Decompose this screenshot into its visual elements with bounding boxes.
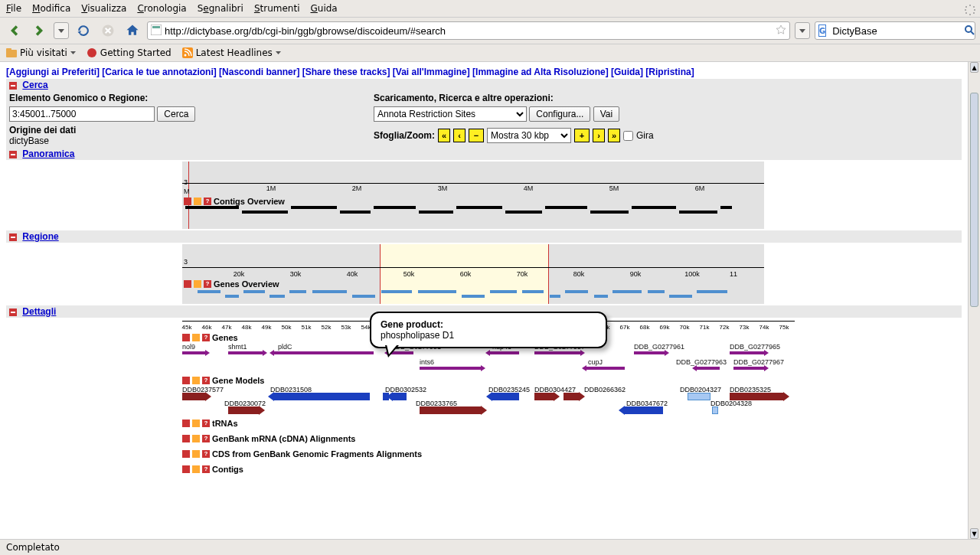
gene-label: cupJ bbox=[588, 358, 603, 366]
link-highres-image[interactable]: [Immagine ad Alta Risoluzione] bbox=[472, 67, 609, 77]
chevron-down-icon bbox=[70, 51, 76, 54]
link-upload-annotations[interactable]: [Carica le tue annotazioni] bbox=[102, 67, 216, 77]
track-rss-icon[interactable] bbox=[192, 465, 200, 473]
flip-checkbox[interactable] bbox=[623, 131, 633, 141]
search-engine-icon[interactable]: G bbox=[818, 24, 826, 37]
collapse-icon[interactable] bbox=[9, 309, 17, 316]
track-rss-icon[interactable] bbox=[192, 377, 200, 384]
detail-panel[interactable]: 45k46k47k48k49k50k51k52k53k54k55k56k57k5… bbox=[182, 318, 795, 474]
menu-guida[interactable]: Guida bbox=[310, 3, 337, 14]
search-input[interactable] bbox=[832, 25, 961, 37]
zoom-left[interactable]: ‹ bbox=[453, 129, 466, 142]
back-button[interactable] bbox=[5, 21, 24, 41]
vertical-scrollbar[interactable]: ▲ ▼ bbox=[968, 62, 980, 539]
home-button[interactable] bbox=[122, 21, 142, 41]
track-collapse-icon[interactable] bbox=[184, 198, 191, 205]
zoom-out[interactable]: − bbox=[469, 129, 484, 142]
track-help-icon[interactable]: ? bbox=[204, 280, 211, 288]
track-collapse-icon[interactable] bbox=[182, 334, 190, 341]
section-overview-link[interactable]: Panoramica bbox=[22, 149, 74, 159]
stop-button[interactable] bbox=[98, 21, 118, 41]
track-rss-icon[interactable] bbox=[194, 198, 201, 205]
menu-visualizza[interactable]: Visualizza bbox=[81, 3, 126, 14]
reload-button[interactable] bbox=[74, 21, 93, 41]
link-add-favorites[interactable]: [Aggiungi ai Preferiti] bbox=[6, 67, 100, 77]
track-gene-models-label: Gene Models bbox=[212, 376, 264, 385]
history-dropdown[interactable] bbox=[54, 22, 69, 39]
collapse-icon[interactable] bbox=[9, 151, 17, 158]
scroll-up-icon[interactable]: ▲ bbox=[970, 62, 978, 73]
collapse-icon[interactable] bbox=[9, 233, 17, 241]
scroll-down-icon[interactable]: ▼ bbox=[970, 528, 978, 539]
track-collapse-icon[interactable] bbox=[182, 435, 190, 442]
zoom-right[interactable]: › bbox=[593, 129, 605, 142]
operations-select[interactable]: Annota Restriction Sites bbox=[374, 106, 527, 122]
region-panel[interactable]: 3 20k30k 40k50k 60k70k 80k90k 100k11 ? G… bbox=[182, 244, 764, 304]
link-reset[interactable]: [Ripristina] bbox=[645, 67, 694, 77]
go-button[interactable]: Vai bbox=[593, 106, 619, 122]
most-visited-label: Più visitati bbox=[20, 47, 67, 58]
track-rss-icon[interactable] bbox=[192, 334, 200, 341]
zoom-left-fast[interactable]: « bbox=[438, 129, 450, 142]
zoom-right-fast[interactable]: » bbox=[608, 129, 620, 142]
ops-header: Scaricamento, Ricerca e altre operazioni… bbox=[374, 93, 959, 103]
section-search-link[interactable]: Cerca bbox=[22, 80, 47, 90]
link-hide-banner[interactable]: [Nascondi banner] bbox=[219, 67, 299, 77]
flip-label: Gira bbox=[636, 130, 654, 141]
track-help-icon[interactable]: ? bbox=[202, 420, 210, 427]
menu-strumenti[interactable]: Strumenti bbox=[254, 3, 300, 14]
gene-label: shmt1 bbox=[228, 343, 247, 351]
section-details-link[interactable]: Dettagli bbox=[22, 306, 56, 317]
datasource-value: dictyBase bbox=[9, 135, 369, 146]
url-bar[interactable] bbox=[147, 21, 790, 40]
url-history-dropdown[interactable] bbox=[795, 22, 810, 39]
track-rss-icon[interactable] bbox=[194, 280, 201, 288]
menu-file[interactable]: File bbox=[6, 3, 21, 14]
getting-started[interactable]: Getting Started bbox=[87, 47, 172, 58]
track-contigs-label: Contigs bbox=[212, 465, 243, 474]
overview-panel[interactable]: 3 M 1M2M 3M4M 5M6M ? Contigs Overview bbox=[182, 162, 764, 229]
search-box[interactable]: G bbox=[815, 21, 975, 40]
track-help-icon[interactable]: ? bbox=[202, 435, 210, 442]
track-help-icon[interactable]: ? bbox=[202, 334, 210, 341]
scroll-thumb[interactable] bbox=[970, 93, 978, 307]
svg-rect-6 bbox=[6, 48, 11, 51]
zoom-in[interactable]: + bbox=[574, 129, 590, 142]
menu-modifica[interactable]: Modifica bbox=[32, 3, 70, 14]
collapse-icon[interactable] bbox=[9, 82, 17, 90]
link-help[interactable]: [Guida] bbox=[611, 67, 643, 77]
track-collapse-icon[interactable] bbox=[182, 420, 190, 427]
gene-label: DDB_G0277963 bbox=[676, 358, 727, 366]
configure-button[interactable]: Configura... bbox=[529, 106, 590, 122]
track-help-icon[interactable]: ? bbox=[202, 465, 210, 473]
track-collapse-icon[interactable] bbox=[182, 377, 190, 384]
url-input[interactable] bbox=[165, 25, 773, 37]
most-visited[interactable]: Più visitati bbox=[6, 47, 76, 58]
landmark-input[interactable] bbox=[9, 106, 155, 122]
landmark-label: Elemento Genomico o Regione: bbox=[9, 93, 369, 103]
search-icon[interactable] bbox=[964, 24, 975, 38]
track-collapse-icon[interactable] bbox=[182, 450, 190, 458]
menu-segnalibri[interactable]: Segnalibri bbox=[198, 3, 243, 14]
section-region-link[interactable]: Regione bbox=[22, 231, 58, 242]
link-goto-image[interactable]: [Vai all'Immagine] bbox=[393, 67, 470, 77]
track-rss-icon[interactable] bbox=[192, 450, 200, 458]
track-rss-icon[interactable] bbox=[192, 435, 200, 442]
gene-label: nol9 bbox=[182, 343, 195, 351]
track-help-icon[interactable]: ? bbox=[204, 198, 211, 205]
link-share-tracks[interactable]: [Share these tracks] bbox=[302, 67, 390, 77]
zoom-select[interactable]: Mostra 30 kbp bbox=[487, 128, 571, 143]
forward-button[interactable] bbox=[29, 21, 49, 41]
star-icon[interactable] bbox=[776, 24, 786, 38]
track-rss-icon[interactable] bbox=[192, 420, 200, 427]
chevron-down-icon bbox=[276, 51, 281, 54]
track-collapse-icon[interactable] bbox=[182, 465, 190, 473]
menu-cronologia[interactable]: Cronologia bbox=[137, 3, 186, 14]
svg-point-3 bbox=[965, 26, 972, 32]
track-collapse-icon[interactable] bbox=[184, 280, 191, 288]
track-help-icon[interactable]: ? bbox=[202, 450, 210, 458]
track-genes-overview-label: Genes Overview bbox=[214, 279, 279, 289]
search-button[interactable]: Cerca bbox=[157, 106, 195, 122]
track-help-icon[interactable]: ? bbox=[202, 377, 210, 384]
latest-headlines[interactable]: Latest Headlines bbox=[182, 47, 281, 58]
